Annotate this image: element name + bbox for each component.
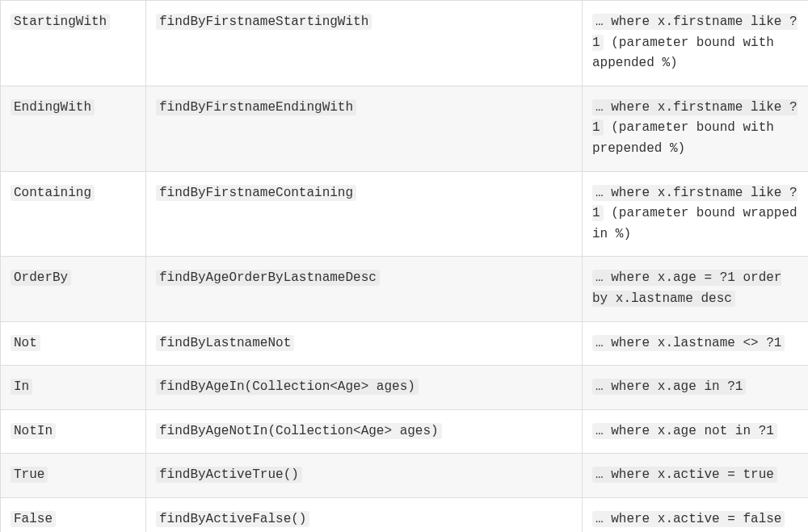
keyword-code: False: [11, 511, 56, 527]
sql-code: … where x.age = ?1 order by x.lastname d…: [592, 270, 781, 307]
method-cell: findByFirstnameStartingWith: [146, 1, 583, 86]
method-code: findByFirstnameEndingWith: [156, 99, 356, 115]
keyword-cell: In: [1, 366, 146, 410]
method-cell: findByFirstnameEndingWith: [146, 86, 583, 171]
table-body: StartingWithfindByFirstnameStartingWith……: [1, 1, 809, 533]
keyword-code: True: [11, 467, 48, 483]
keyword-cell: Not: [1, 321, 146, 366]
sql-cell: … where x.active = false: [583, 497, 809, 532]
sql-cell: … where x.active = true: [583, 454, 809, 498]
method-cell: findByActiveTrue(): [146, 454, 583, 498]
table-row: NotfindByLastnameNot… where x.lastname <…: [1, 321, 809, 366]
keyword-cell: False: [1, 497, 146, 532]
table-row: InfindByAgeIn(Collection<Age> ages)… whe…: [1, 366, 809, 410]
method-code: findByFirstnameStartingWith: [156, 14, 372, 30]
keyword-code: In: [11, 379, 32, 395]
keyword-cell: OrderBy: [1, 257, 146, 321]
table-row: EndingWithfindByFirstnameEndingWith… whe…: [1, 86, 809, 171]
keyword-code: Not: [11, 335, 40, 351]
sql-suffix: (parameter bound with prepended %): [592, 120, 774, 156]
method-code: findByActiveTrue(): [156, 467, 302, 483]
sql-suffix: (parameter bound wrapped in %): [592, 206, 797, 241]
keyword-code: EndingWith: [11, 99, 95, 115]
keyword-code: NotIn: [11, 423, 56, 439]
keyword-cell: EndingWith: [1, 86, 146, 171]
keyword-cell: True: [1, 454, 146, 498]
keyword-code: Containing: [11, 185, 95, 201]
method-cell: findByAgeOrderByLastnameDesc: [146, 257, 583, 321]
keyword-cell: StartingWith: [1, 1, 146, 86]
sql-code: … where x.lastname <> ?1: [592, 335, 785, 351]
sql-cell: … where x.firstname like ?1 (parameter b…: [583, 1, 809, 86]
sql-code: … where x.active = false: [592, 511, 785, 527]
keyword-code: StartingWith: [11, 14, 110, 30]
table-row: StartingWithfindByFirstnameStartingWith……: [1, 1, 809, 86]
table-row: TruefindByActiveTrue()… where x.active =…: [1, 454, 809, 498]
sql-code: … where x.active = true: [592, 467, 777, 483]
table-row: FalsefindByActiveFalse()… where x.active…: [1, 497, 809, 532]
method-code: findByLastnameNot: [156, 335, 294, 351]
sql-suffix: (parameter bound with appended %): [592, 36, 774, 71]
method-cell: findByAgeNotIn(Collection<Age> ages): [146, 409, 583, 454]
method-code: findByAgeNotIn(Collection<Age> ages): [156, 423, 442, 439]
method-cell: findByActiveFalse(): [146, 497, 583, 532]
sql-cell: … where x.firstname like ?1 (parameter b…: [583, 86, 809, 171]
sql-code: … where x.age in ?1: [592, 379, 746, 395]
sql-cell: … where x.age = ?1 order by x.lastname d…: [583, 257, 809, 321]
method-code: findByActiveFalse(): [156, 511, 309, 527]
table-row: ContainingfindByFirstnameContaining… whe…: [1, 171, 809, 257]
method-cell: findByAgeIn(Collection<Age> ages): [146, 366, 583, 410]
table-row: NotInfindByAgeNotIn(Collection<Age> ages…: [1, 409, 809, 454]
sql-cell: … where x.age not in ?1: [583, 409, 809, 454]
keyword-code: OrderBy: [11, 270, 71, 286]
keyword-cell: Containing: [1, 171, 146, 257]
sql-cell: … where x.firstname like ?1 (parameter b…: [583, 171, 809, 257]
method-code: findByAgeIn(Collection<Age> ages): [156, 379, 419, 395]
method-cell: findByLastnameNot: [146, 321, 583, 366]
sql-code: … where x.age not in ?1: [592, 423, 777, 439]
method-cell: findByFirstnameContaining: [146, 171, 583, 257]
reference-table: StartingWithfindByFirstnameStartingWith……: [0, 0, 808, 532]
sql-cell: … where x.age in ?1: [583, 366, 809, 410]
method-code: findByAgeOrderByLastnameDesc: [156, 270, 380, 286]
method-code: findByFirstnameContaining: [156, 185, 356, 201]
keyword-cell: NotIn: [1, 409, 146, 454]
table-row: OrderByfindByAgeOrderByLastnameDesc… whe…: [1, 257, 809, 321]
sql-cell: … where x.lastname <> ?1: [583, 321, 809, 366]
